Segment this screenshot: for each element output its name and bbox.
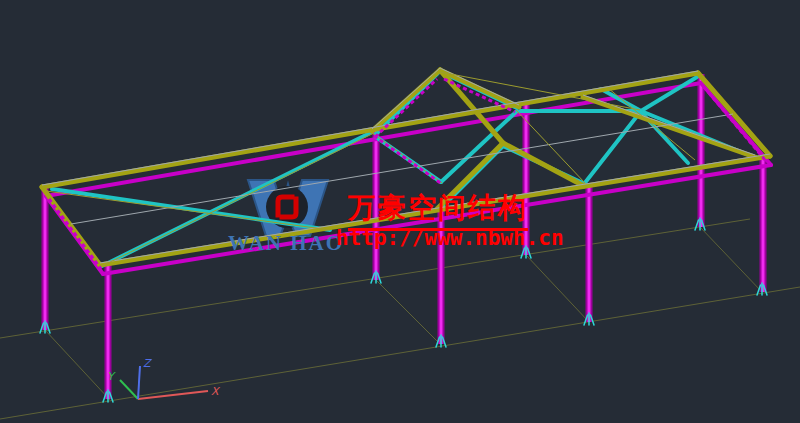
ucs-x-label: X <box>211 385 221 398</box>
highlights-member <box>42 71 698 185</box>
ucs-z-axis <box>138 366 140 399</box>
webs-member <box>584 111 641 184</box>
highlights-member <box>71 114 733 224</box>
cad-viewport[interactable]: X Y Z WAN HAO 万豪空间结构 http://www.nbwh.cn <box>0 0 800 423</box>
structure-drawing: X Y Z <box>0 0 800 423</box>
ucs-y-label: Y <box>107 370 116 383</box>
rods-member <box>608 88 695 160</box>
ucs-z-label: Z <box>143 357 152 370</box>
ucs-icon[interactable]: X Y Z <box>107 357 221 399</box>
bottom-chords-layer <box>46 83 771 274</box>
ucs-y-axis <box>120 380 138 399</box>
beams-member <box>698 73 770 156</box>
ground-member <box>376 280 441 345</box>
beams-member <box>503 143 584 186</box>
ground-member <box>700 227 762 292</box>
ground-member <box>45 330 110 400</box>
beams-member <box>440 70 519 107</box>
beams-member <box>42 187 100 265</box>
ground-grid-layer <box>0 219 800 419</box>
ground-member <box>526 255 589 322</box>
ground-member <box>0 287 800 419</box>
